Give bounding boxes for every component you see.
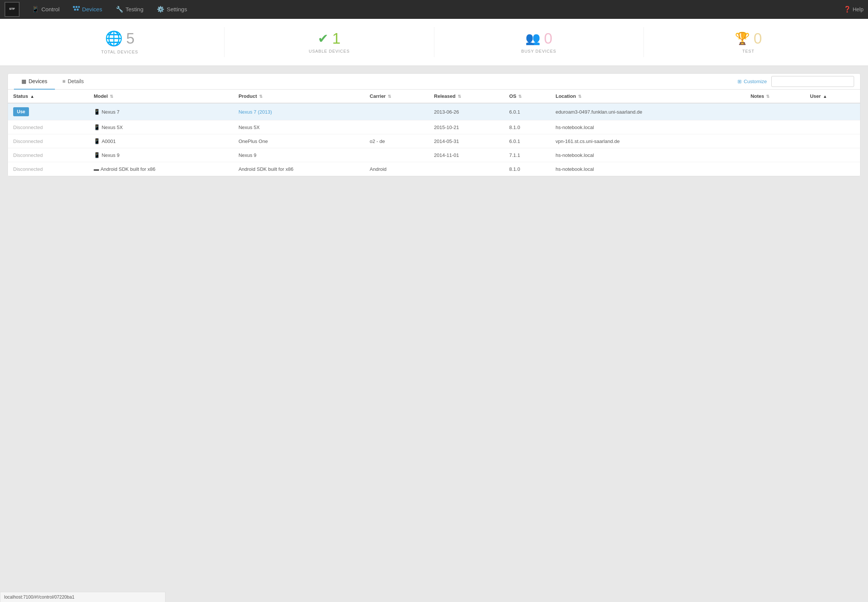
sort-product-icon: ⇅ <box>259 94 262 98</box>
col-location[interactable]: Location ⇅ <box>550 89 745 103</box>
sort-status-icon: ▲ <box>30 94 34 98</box>
table-row: Disconnected📱A0001OnePlus Oneo2 - de2014… <box>8 134 860 148</box>
cell-model: 📱A0001 <box>88 134 233 148</box>
cell-location: hs-notebook.local <box>550 162 745 176</box>
devices-panel: ▦ Devices ≡ Details ⊞ Customize Status ▲ <box>8 74 860 177</box>
col-status-label: Status <box>13 93 28 99</box>
svg-rect-4 <box>77 9 78 11</box>
svg-rect-2 <box>78 6 80 8</box>
device-model-name: Nexus 9 <box>101 152 120 158</box>
nav-item-settings[interactable]: ⚙️ Settings <box>151 3 193 16</box>
cell-user <box>805 162 860 176</box>
tab-devices[interactable]: ▦ Devices <box>14 74 55 89</box>
nav-item-control[interactable]: 📱 Control <box>26 3 66 16</box>
navbar: STF 📱 Control Devices 🔧 Testing <box>0 0 868 19</box>
col-carrier[interactable]: Carrier ⇅ <box>364 89 429 103</box>
cell-location: eduroam3-0497.funklan.uni-saarland.de <box>550 103 745 120</box>
customize-button[interactable]: ⊞ Customize <box>733 75 771 87</box>
col-carrier-label: Carrier <box>370 93 386 99</box>
device-icon: ▬ <box>94 166 99 172</box>
col-model[interactable]: Model ⇅ <box>88 89 233 103</box>
cell-model: 📱Nexus 7 <box>88 103 233 120</box>
trophy-icon: 🏆 <box>735 31 750 46</box>
help-icon: ❓ <box>843 6 851 13</box>
table-header-row: Status ▲ Model ⇅ Product ⇅ Carrier ⇅ <box>8 89 860 103</box>
col-product[interactable]: Product ⇅ <box>233 89 364 103</box>
busy-devices-label: BUSY DEVICES <box>521 49 556 54</box>
stat-test: 🏆 0 TEST <box>644 27 853 57</box>
svg-rect-3 <box>74 9 76 11</box>
devices-table: Status ▲ Model ⇅ Product ⇅ Carrier ⇅ <box>8 89 860 176</box>
col-released-label: Released <box>434 93 455 99</box>
cell-user <box>805 148 860 162</box>
col-user[interactable]: User ▲ <box>805 89 860 103</box>
cell-os: 6.0.1 <box>504 134 550 148</box>
nav-label-settings: Settings <box>167 6 187 12</box>
search-input[interactable] <box>771 76 854 87</box>
cell-notes <box>745 103 805 120</box>
nav-links: 📱 Control Devices 🔧 Testing ⚙️ Settings <box>26 3 843 16</box>
sort-user-icon: ▲ <box>823 94 827 98</box>
cell-location: hs-notebook.local <box>550 120 745 134</box>
product-link[interactable]: Nexus 7 (2013) <box>238 109 272 115</box>
cell-location: hs-notebook.local <box>550 148 745 162</box>
col-os[interactable]: OS ⇅ <box>504 89 550 103</box>
nav-item-testing[interactable]: 🔧 Testing <box>110 3 150 16</box>
device-model-name: Android SDK built for x86 <box>100 166 155 172</box>
nav-item-devices[interactable]: Devices <box>67 3 108 16</box>
usable-devices-count: 1 <box>332 31 340 46</box>
testing-icon: 🔧 <box>116 6 123 13</box>
cell-carrier <box>364 148 429 162</box>
col-product-label: Product <box>238 93 257 99</box>
cell-os: 6.0.1 <box>504 103 550 120</box>
control-icon: 📱 <box>32 6 39 13</box>
brand-logo: STF <box>5 2 20 17</box>
help-button[interactable]: ❓ Help <box>843 6 863 13</box>
cell-product[interactable]: Nexus 7 (2013) <box>233 103 364 120</box>
check-icon: ✔ <box>318 31 328 46</box>
panel-tabs: ▦ Devices ≡ Details ⊞ Customize <box>8 74 860 89</box>
svg-rect-0 <box>73 6 75 8</box>
col-location-label: Location <box>555 93 576 99</box>
col-user-label: User <box>810 93 821 99</box>
table-body: Use📱Nexus 7Nexus 7 (2013)2013-06-266.0.1… <box>8 103 860 176</box>
table-row: Use📱Nexus 7Nexus 7 (2013)2013-06-266.0.1… <box>8 103 860 120</box>
cell-status: Disconnected <box>8 148 88 162</box>
cell-status: Disconnected <box>8 120 88 134</box>
col-status[interactable]: Status ▲ <box>8 89 88 103</box>
table-row: Disconnected📱Nexus 5XNexus 5X2015-10-218… <box>8 120 860 134</box>
cell-released: 2014-11-01 <box>429 148 504 162</box>
test-label: TEST <box>742 49 755 54</box>
settings-icon: ⚙️ <box>157 6 164 13</box>
col-notes[interactable]: Notes ⇅ <box>745 89 805 103</box>
col-model-label: Model <box>94 93 108 99</box>
cell-os: 8.1.0 <box>504 162 550 176</box>
use-button[interactable]: Use <box>13 107 29 116</box>
device-model-name: A0001 <box>101 138 116 144</box>
help-label: Help <box>853 6 863 12</box>
device-icon: 📱 <box>94 152 100 158</box>
cell-released <box>429 162 504 176</box>
cell-status: Disconnected <box>8 134 88 148</box>
customize-label: Customize <box>744 78 767 84</box>
cell-user <box>805 134 860 148</box>
status-url: localhost:7100/#!/control/07220ba1 <box>4 594 74 600</box>
cell-released: 2015-10-21 <box>429 120 504 134</box>
device-icon: 📱 <box>94 138 100 144</box>
cell-carrier <box>364 120 429 134</box>
sort-location-icon: ⇅ <box>578 94 581 98</box>
device-model-name: Nexus 7 <box>101 109 120 115</box>
details-tab-label: Details <box>68 78 84 84</box>
nav-label-testing: Testing <box>126 6 144 12</box>
details-tab-icon: ≡ <box>63 78 66 84</box>
col-os-label: OS <box>509 93 516 99</box>
tab-details[interactable]: ≡ Details <box>55 74 91 89</box>
cell-os: 8.1.0 <box>504 120 550 134</box>
total-devices-label: TOTAL DEVICES <box>101 50 138 54</box>
cell-user <box>805 120 860 134</box>
cell-location: vpn-161.st.cs.uni-saarland.de <box>550 134 745 148</box>
col-released[interactable]: Released ⇅ <box>429 89 504 103</box>
cell-notes <box>745 148 805 162</box>
busy-devices-count: 0 <box>544 31 552 46</box>
cell-released: 2013-06-26 <box>429 103 504 120</box>
